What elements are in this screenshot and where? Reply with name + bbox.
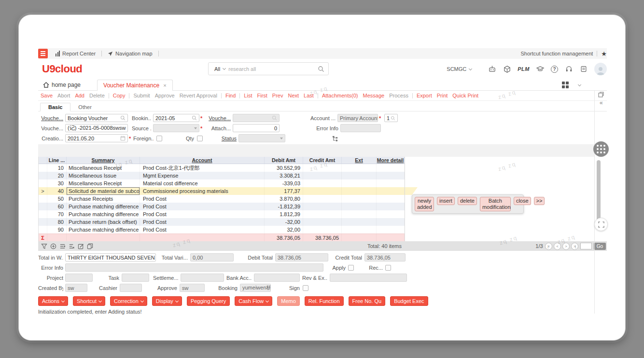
status-label[interactable]: Status: [214, 136, 237, 141]
cell-account[interactable]: Prod Cost: [140, 203, 265, 210]
cell-more-detail[interactable]: [377, 187, 405, 195]
cell-debit[interactable]: 177,37: [265, 187, 303, 195]
toolbar-button[interactable]: Quick Print: [452, 93, 478, 98]
cell-line[interactable]: 30: [47, 179, 67, 187]
cell-credit[interactable]: [303, 187, 342, 195]
action-button[interactable]: Budget Exec: [390, 296, 428, 306]
action-button[interactable]: Correction: [110, 296, 147, 306]
cell-credit[interactable]: [303, 210, 342, 218]
toolbar-button[interactable]: Save: [41, 93, 53, 98]
user-avatar[interactable]: [594, 63, 607, 75]
toolbar-button[interactable]: Add: [75, 93, 84, 98]
qty-checkbox[interactable]: [197, 136, 203, 141]
action-button[interactable]: Rel. Function: [305, 296, 344, 306]
restore-panel-icon[interactable]: [598, 92, 604, 97]
booking-period-field[interactable]: 2021-05: [153, 114, 199, 122]
cell-more-detail[interactable]: [377, 210, 405, 218]
tab-voucher-maintenance[interactable]: Voucher Maintenance ×: [97, 80, 173, 91]
delete-row-icon[interactable]: [69, 243, 75, 249]
shortcut-management-link[interactable]: Shortcut function management: [521, 51, 593, 56]
cell-more-detail[interactable]: [377, 203, 405, 210]
support-headset-icon[interactable]: [564, 65, 573, 73]
cell-ext[interactable]: [342, 203, 377, 210]
toolbar-button[interactable]: Find: [225, 93, 236, 98]
page-nav-button[interactable]: >: [562, 243, 570, 250]
voucher-no-field[interactable]: (记) -2021-05-0008swsw: [65, 124, 128, 132]
cell-credit[interactable]: [303, 172, 342, 179]
page-nav-button[interactable]: |<: [545, 243, 552, 250]
cell-account[interactable]: Mgmt Expense: [140, 172, 265, 179]
cell-ext[interactable]: [342, 172, 377, 179]
table-row[interactable]: 30 Miscellaneous Receipt Material cost d…: [39, 179, 405, 187]
header-summary[interactable]: Summary: [67, 157, 140, 164]
account-seq-field[interactable]: 1: [384, 114, 398, 122]
cell-debit[interactable]: 3.308,21: [265, 172, 303, 179]
cell-debit[interactable]: -339,03: [265, 179, 303, 187]
go-button[interactable]: Go: [594, 243, 606, 250]
page-nav-button[interactable]: >|: [571, 243, 578, 250]
action-button[interactable]: Pegging Query: [187, 296, 230, 306]
table-row[interactable]: 80 Purchase return (back offset) Prod Co…: [39, 218, 405, 226]
voucher-type-field[interactable]: Booking Voucher: [65, 114, 128, 122]
action-button[interactable]: Actions: [38, 296, 68, 306]
toolbar-button[interactable]: Message: [363, 93, 385, 98]
plm-link[interactable]: PLM: [518, 66, 530, 72]
cell-credit[interactable]: [303, 218, 342, 226]
total-in-words-field[interactable]: THIRTY EIGHT THOUSAND SEVEN HUN: [65, 253, 156, 262]
action-button[interactable]: Cash Flow: [235, 296, 272, 306]
sign-checkbox[interactable]: [303, 285, 308, 291]
cell-credit[interactable]: [303, 226, 342, 234]
dev-cube-icon[interactable]: [503, 65, 511, 73]
action-button[interactable]: Memo: [277, 296, 300, 306]
cell-line[interactable]: 20: [47, 172, 67, 179]
cell-more-detail[interactable]: [377, 164, 405, 172]
cell-summary[interactable]: Purchase Receipts: [67, 195, 140, 203]
cell-account[interactable]: Commissioned processing materials: [140, 187, 265, 195]
table-row[interactable]: > 40 Solicitud de material de subco... C…: [39, 187, 405, 195]
action-button[interactable]: Display: [152, 296, 182, 306]
creation-date-field[interactable]: 2021.05.20: [65, 134, 128, 142]
toolbar-button[interactable]: Export: [417, 93, 432, 98]
copy-rows-icon[interactable]: [87, 243, 93, 249]
action-button[interactable]: Shortcut: [73, 296, 105, 306]
toolbar-button[interactable]: Next: [288, 93, 299, 98]
cell-line[interactable]: 60: [47, 203, 67, 210]
cell-ext[interactable]: [342, 187, 377, 195]
cell-account[interactable]: Prod Cost: [140, 218, 265, 226]
table-row[interactable]: 10 Miscellaneous Receipt Prod Cost-北京1-代…: [39, 164, 405, 172]
cell-more-detail[interactable]: [377, 226, 405, 234]
help-icon[interactable]: ?: [551, 66, 558, 73]
cell-more-detail[interactable]: [377, 218, 405, 226]
rec-checkbox[interactable]: [385, 265, 391, 271]
cell-ext[interactable]: [342, 210, 377, 218]
cell-debit[interactable]: -1.812,39: [265, 203, 303, 210]
table-row[interactable]: 50 Purchase Receipts Prod Cost 3.870,80: [39, 195, 405, 203]
cell-summary[interactable]: Miscellaneous Receipt: [67, 179, 140, 187]
search-input[interactable]: research all: [228, 66, 317, 72]
cell-ext[interactable]: [342, 179, 377, 187]
foreign-checkbox[interactable]: [156, 136, 162, 141]
popup-button[interactable]: close: [514, 197, 531, 205]
table-row[interactable]: 70 Purchase matching difference ... Prod…: [39, 210, 405, 218]
cell-more-detail[interactable]: [377, 172, 405, 179]
toolbar-button[interactable]: Delete: [89, 93, 105, 98]
cell-credit[interactable]: [303, 179, 342, 187]
search-icon[interactable]: [317, 65, 325, 73]
cell-more-detail[interactable]: [377, 195, 405, 203]
header-account[interactable]: Account: [140, 157, 265, 164]
cell-line[interactable]: 10: [47, 164, 67, 172]
favorite-star-icon[interactable]: ★: [601, 50, 607, 57]
close-tab-icon[interactable]: ×: [163, 83, 166, 88]
tab-basic[interactable]: Basic: [40, 103, 70, 111]
cell-summary[interactable]: Miscellaneous Receipt: [67, 164, 140, 172]
edit-icon[interactable]: [78, 243, 84, 249]
report-center-link[interactable]: Report Center: [56, 51, 96, 56]
fullscreen-toggle-button[interactable]: [594, 218, 608, 231]
toolbar-button[interactable]: Approve: [155, 93, 175, 98]
cell-ext[interactable]: [342, 164, 377, 172]
filter-icon[interactable]: [41, 243, 47, 249]
cell-credit[interactable]: [303, 203, 342, 210]
cell-account[interactable]: Prod Cost-北京1-代理部: [140, 164, 265, 172]
add-row-icon[interactable]: [50, 243, 56, 249]
toolbar-button[interactable]: Abort: [57, 93, 70, 98]
